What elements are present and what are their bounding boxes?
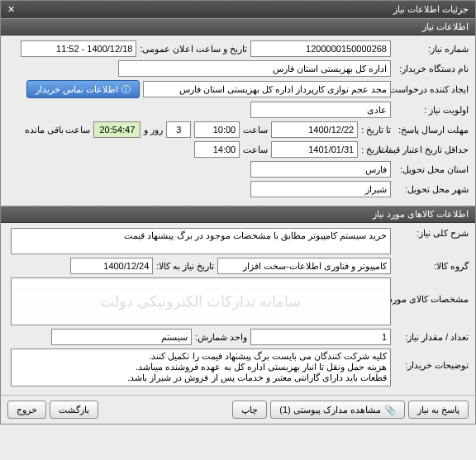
back-button[interactable]: بازگشت — [50, 401, 98, 419]
buyer-contact-button[interactable]: ⓘ اطلاعات تماس خریدار — [26, 80, 140, 98]
time-label-2: ساعت — [243, 145, 268, 154]
need-number-label: شماره نیاز: — [394, 44, 469, 54]
qty-label: تعداد / مقدار نیاز: — [394, 332, 469, 342]
footer-left: بازگشت خروج — [7, 401, 98, 419]
remaining-label: ساعت باقی مانده — [25, 125, 91, 135]
delivery-province-label: استان محل تحویل: — [394, 164, 469, 174]
public-announce-input[interactable] — [21, 40, 136, 57]
footer: پاسخ به نیاز 📎 مشاهده مدارک پیوستی (1) چ… — [1, 395, 475, 424]
section-header-need-info: اطلاعات نیاز — [1, 18, 475, 36]
section2-title: اطلاعات کالاهای مورد نیاز — [373, 209, 469, 219]
close-icon[interactable]: ✕ — [7, 4, 15, 15]
row-creator: ایجاد کننده درخواست: ⓘ اطلاعات تماس خرید… — [7, 80, 469, 98]
back-label: بازگشت — [59, 405, 89, 415]
exit-button[interactable]: خروج — [7, 401, 46, 419]
need-desc-input[interactable] — [11, 228, 391, 254]
price-validity-time-input[interactable] — [194, 141, 240, 158]
buyer-org-input[interactable] — [118, 60, 391, 77]
price-validity-label: حداقل تاریخ اعتبار قیمت: — [394, 145, 469, 154]
to-date-label-1: تا تاریخ : — [361, 125, 391, 135]
row-priority: اولویت نیاز : — [7, 102, 469, 118]
need-to-goods-date-label: تاریخ نیاز به کالا: — [156, 261, 214, 271]
unit-label: واحد شمارش: — [195, 332, 247, 342]
row-group: گروه کالا: تاریخ نیاز به کالا: — [7, 258, 469, 274]
buyer-notes-label: توضیحات خریدار: — [394, 349, 469, 370]
row-buyer-org: نام دستگاه خریدار: — [7, 60, 469, 77]
row-buyer-notes: توضیحات خریدار: — [7, 349, 469, 386]
print-label: چاپ — [241, 405, 258, 415]
need-desc-label: شرح کلی نیاز: — [394, 228, 469, 238]
attachments-label: مشاهده مدارک پیوستی (1) — [279, 405, 381, 415]
days-remaining-input[interactable] — [166, 121, 191, 138]
to-date-label-2: تا تاریخ : — [361, 145, 391, 154]
need-to-goods-date-input[interactable] — [70, 258, 153, 274]
days-label: روز و — [144, 125, 163, 135]
row-reply-deadline: مهلت ارسال پاسخ: تا تاریخ : ساعت روز و 2… — [7, 121, 469, 138]
buyer-notes-input[interactable] — [11, 349, 391, 386]
delivery-city-label: شهر محل تحویل: — [394, 184, 469, 194]
row-price-validity: حداقل تاریخ اعتبار قیمت: تا تاریخ : ساعت — [7, 141, 469, 158]
need-number-input[interactable] — [250, 40, 391, 57]
spec-box[interactable]: سامانه تدارکات الکترونیکی دولت — [11, 277, 391, 325]
row-spec: مشخصات کالای مورد نیاز: سامانه تدارکات ا… — [7, 277, 469, 325]
qty-input[interactable] — [250, 329, 391, 345]
group-label: گروه کالا: — [394, 261, 469, 271]
creator-input[interactable] — [143, 81, 391, 97]
form-need-info: شماره نیاز: تاریخ و ساعت اعلان عمومی: نا… — [1, 36, 475, 206]
countdown-display: 20:54:47 — [93, 121, 140, 138]
reply-label: پاسخ به نیاز — [417, 405, 459, 415]
row-delivery-city: شهر محل تحویل: — [7, 181, 469, 197]
reply-time-input[interactable] — [194, 121, 240, 138]
form-goods-info: شرح کلی نیاز: گروه کالا: تاریخ نیاز به ک… — [1, 223, 475, 395]
price-validity-date-input[interactable] — [271, 141, 358, 158]
reply-date-input[interactable] — [271, 121, 358, 138]
buyer-org-label: نام دستگاه خریدار: — [394, 64, 469, 74]
titlebar: جزئیات اطلاعات نیاز ✕ — [1, 1, 475, 18]
creator-label: ایجاد کننده درخواست: — [394, 84, 469, 94]
group-input[interactable] — [217, 258, 391, 274]
row-qty: تعداد / مقدار نیاز: واحد شمارش: — [7, 329, 469, 345]
window: جزئیات اطلاعات نیاز ✕ اطلاعات نیاز شماره… — [0, 0, 476, 424]
buyer-contact-label: اطلاعات تماس خریدار — [36, 84, 118, 95]
print-button[interactable]: چاپ — [232, 401, 267, 419]
info-icon: ⓘ — [121, 83, 131, 96]
priority-label: اولویت نیاز : — [394, 105, 469, 115]
spec-label: مشخصات کالای مورد نیاز: — [394, 277, 469, 304]
footer-right: پاسخ به نیاز 📎 مشاهده مدارک پیوستی (1) چ… — [232, 401, 469, 419]
section1-title: اطلاعات نیاز — [422, 21, 469, 31]
public-announce-label: تاریخ و ساعت اعلان عمومی: — [140, 44, 247, 54]
row-need-number: شماره نیاز: تاریخ و ساعت اعلان عمومی: — [7, 40, 469, 57]
row-delivery-province: استان محل تحویل: — [7, 161, 469, 178]
delivery-province-input[interactable] — [250, 161, 391, 178]
priority-input[interactable] — [250, 102, 391, 118]
window-title: جزئیات اطلاعات نیاز — [393, 4, 469, 15]
exit-label: خروج — [17, 405, 37, 415]
attachment-icon: 📎 — [384, 405, 396, 415]
attachments-button[interactable]: 📎 مشاهده مدارک پیوستی (1) — [270, 401, 405, 419]
row-need-desc: شرح کلی نیاز: — [7, 228, 469, 254]
reply-button[interactable]: پاسخ به نیاز — [408, 401, 469, 419]
delivery-city-input[interactable] — [250, 181, 391, 197]
section-header-goods-info: اطلاعات کالاهای مورد نیاز — [1, 206, 475, 223]
spec-watermark: سامانه تدارکات الکترونیکی دولت — [100, 292, 301, 311]
time-label-1: ساعت — [243, 125, 268, 135]
reply-deadline-label: مهلت ارسال پاسخ: — [394, 125, 469, 135]
unit-input[interactable] — [51, 329, 192, 345]
